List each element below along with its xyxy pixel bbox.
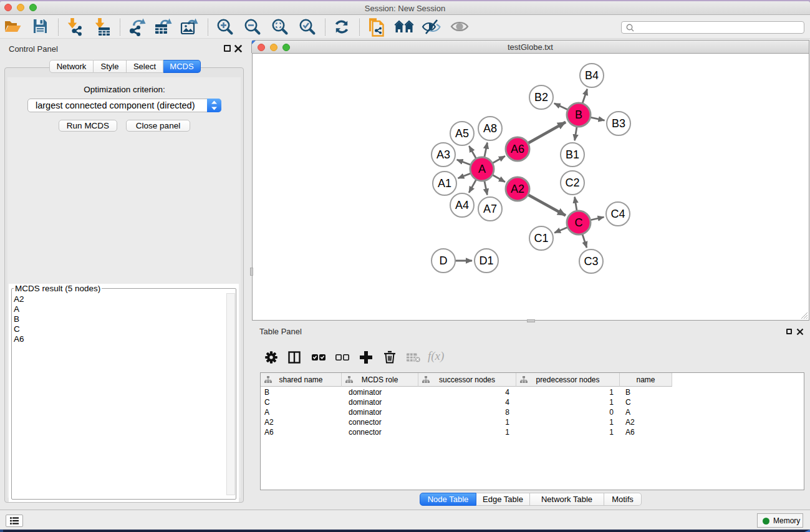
- svg-text:A1: A1: [438, 177, 451, 190]
- svg-text:B: B: [575, 109, 582, 121]
- svg-text:D: D: [440, 254, 448, 267]
- svg-text:C4: C4: [610, 208, 625, 220]
- svg-text:A5: A5: [455, 127, 469, 140]
- svg-text:B1: B1: [566, 148, 579, 161]
- svg-text:C: C: [575, 216, 583, 229]
- svg-text:C3: C3: [584, 255, 598, 268]
- svg-text:A3: A3: [436, 148, 450, 161]
- svg-text:C1: C1: [534, 232, 548, 244]
- svg-text:A4: A4: [455, 199, 469, 211]
- svg-text:A: A: [478, 163, 486, 175]
- svg-text:A6: A6: [511, 143, 524, 155]
- svg-text:B2: B2: [534, 91, 548, 104]
- svg-text:A2: A2: [511, 183, 524, 195]
- svg-text:C2: C2: [565, 177, 579, 189]
- svg-text:B4: B4: [585, 69, 599, 82]
- svg-text:D1: D1: [479, 254, 493, 267]
- svg-text:B3: B3: [612, 117, 625, 130]
- svg-text:A7: A7: [483, 203, 497, 215]
- svg-text:A8: A8: [483, 122, 497, 135]
